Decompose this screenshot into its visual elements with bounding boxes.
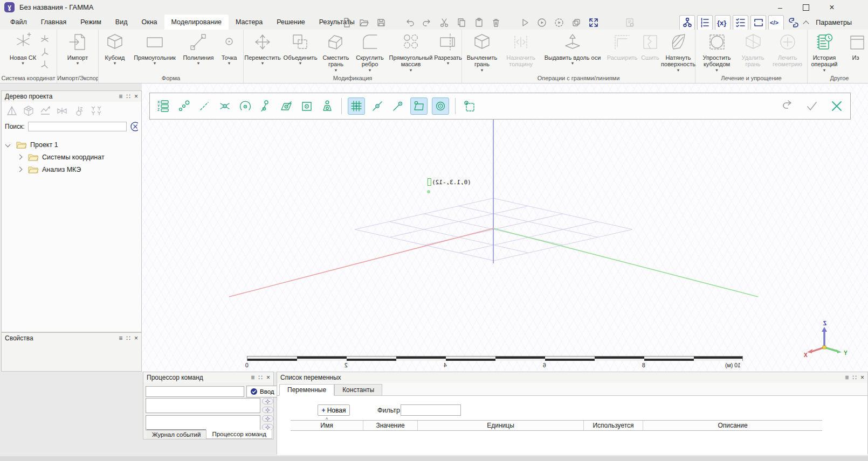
intersection-button[interactable] bbox=[217, 98, 233, 114]
concentric-snap-button[interactable] bbox=[432, 97, 449, 115]
xyz-input-button[interactable]: XYZ bbox=[155, 98, 171, 114]
tab-solution[interactable]: Решение bbox=[270, 15, 312, 30]
tab-constants[interactable]: Константы bbox=[334, 384, 382, 395]
filter-set-icon[interactable] bbox=[89, 105, 104, 117]
cut-button[interactable] bbox=[438, 17, 450, 29]
region-select-button[interactable] bbox=[461, 98, 478, 114]
clipped-button[interactable]: Из bbox=[841, 30, 868, 61]
point-on-face-button[interactable] bbox=[278, 98, 294, 114]
point-on-line-end-button[interactable] bbox=[390, 98, 406, 114]
tab-modeling[interactable]: Моделирование bbox=[164, 15, 229, 30]
history-button[interactable]: История операций ▼ bbox=[808, 30, 841, 72]
move-button[interactable]: Переместить ▼ bbox=[244, 30, 281, 66]
sketch-cancel-button[interactable] bbox=[829, 98, 845, 114]
point-button[interactable]: Точка ▼ bbox=[217, 30, 242, 66]
tab-windows[interactable]: Окна bbox=[134, 15, 164, 30]
paste-button[interactable] bbox=[473, 17, 484, 29]
panel-menu-icon[interactable]: ≡ bbox=[119, 335, 122, 341]
unite-button[interactable]: Объединить ▼ bbox=[281, 30, 319, 66]
rect-array-button[interactable]: Прямоугольный массив ▼ bbox=[387, 30, 435, 72]
run-current-button[interactable] bbox=[536, 17, 547, 29]
tab-home[interactable]: Главная bbox=[34, 15, 74, 30]
simplify-cuboid-button[interactable]: Упростить кубоидом ▼ bbox=[698, 30, 736, 72]
stretch-surface-button[interactable]: Натянуть поверхность ▼ bbox=[662, 30, 695, 72]
checklist-toggle[interactable] bbox=[733, 15, 748, 30]
variables-toggle[interactable]: {x} bbox=[715, 15, 731, 30]
column-header-description[interactable]: Описание bbox=[643, 421, 822, 430]
open-file-button[interactable] bbox=[358, 17, 369, 29]
panel-dock-icon[interactable]: ∷ bbox=[126, 93, 130, 100]
split-view-toggle[interactable] bbox=[750, 15, 766, 30]
column-header-name[interactable]: ^ Имя bbox=[291, 421, 363, 430]
panel-close-icon[interactable]: × bbox=[134, 335, 138, 341]
panel-menu-icon[interactable]: ≡ bbox=[119, 93, 122, 100]
cs-preset-icon[interactable] bbox=[39, 46, 50, 57]
import-button[interactable]: Импорт ▼ bbox=[60, 30, 95, 66]
command-input[interactable] bbox=[146, 386, 244, 397]
tab-event-log[interactable]: Журнал событий bbox=[147, 429, 206, 439]
chevron-right-icon[interactable] bbox=[17, 155, 23, 160]
pyramid-icon[interactable] bbox=[6, 105, 18, 117]
panel-close-icon[interactable]: × bbox=[860, 374, 864, 381]
sketch-undo-button[interactable] bbox=[779, 98, 795, 114]
offset-face-button[interactable]: Сместить грань ▼ bbox=[319, 30, 353, 72]
new-variable-button[interactable]: + Новая bbox=[318, 404, 350, 416]
cascade-windows-button[interactable] bbox=[570, 17, 582, 29]
cuboid-button[interactable]: Кубоид ▼ bbox=[100, 30, 129, 66]
point-chain-button[interactable] bbox=[176, 98, 192, 114]
run-button[interactable] bbox=[519, 17, 530, 29]
macro-button[interactable] bbox=[262, 398, 273, 404]
panel-close-icon[interactable]: × bbox=[266, 374, 270, 381]
extract-face-button[interactable]: Вычленить грань ▼ bbox=[462, 30, 502, 72]
tree-item-project[interactable]: Проект 1 bbox=[6, 138, 141, 151]
tab-variables[interactable]: Переменные bbox=[279, 384, 334, 396]
code-view-toggle[interactable]: </> bbox=[768, 15, 784, 30]
arc-center-button[interactable] bbox=[237, 98, 253, 114]
face-snap-button[interactable] bbox=[410, 97, 428, 115]
new-file-button[interactable] bbox=[341, 17, 352, 29]
tree-item-coord-systems[interactable]: Системы координат bbox=[6, 151, 141, 163]
column-header-units[interactable]: Единицы bbox=[418, 421, 583, 430]
tab-wizards[interactable]: Мастера bbox=[229, 15, 270, 30]
chevron-down-icon[interactable] bbox=[5, 142, 11, 148]
point-on-curve-button[interactable] bbox=[258, 98, 274, 114]
curve-check-icon[interactable] bbox=[39, 105, 51, 117]
column-header-used[interactable]: Используется bbox=[584, 421, 643, 430]
project-tree-toggle[interactable] bbox=[679, 15, 695, 30]
mesh-cube-icon[interactable] bbox=[23, 105, 35, 117]
clear-log-button[interactable] bbox=[624, 17, 635, 29]
redo-button[interactable] bbox=[421, 17, 432, 29]
list-view-toggle[interactable] bbox=[697, 15, 713, 30]
polyline-button[interactable]: Полилиния ▼ bbox=[180, 30, 217, 66]
command-output-box[interactable] bbox=[146, 415, 260, 430]
point-on-line-button[interactable] bbox=[369, 98, 385, 114]
parameters-button[interactable]: Параметры bbox=[804, 17, 852, 29]
delete-button[interactable] bbox=[490, 17, 501, 29]
panel-menu-icon[interactable]: ≡ bbox=[845, 374, 849, 381]
cs-preset-icon[interactable] bbox=[39, 34, 50, 45]
tab-view[interactable]: Вид bbox=[108, 15, 135, 30]
undo-button[interactable] bbox=[404, 17, 415, 29]
point-in-rect-button[interactable] bbox=[299, 98, 315, 114]
macro-button[interactable] bbox=[262, 407, 273, 413]
column-header-value[interactable]: Значение bbox=[363, 421, 417, 430]
close-button[interactable]: × bbox=[819, 0, 844, 15]
orientation-triad[interactable]: Z Y X bbox=[804, 319, 849, 358]
copy-button[interactable] bbox=[456, 17, 467, 29]
panel-dock-icon[interactable]: ∷ bbox=[126, 335, 130, 341]
fit-view-button[interactable] bbox=[588, 17, 599, 29]
run-selection-button[interactable] bbox=[553, 17, 564, 29]
thermometer-icon[interactable] bbox=[73, 105, 85, 117]
dashed-line-button[interactable] bbox=[196, 98, 212, 114]
python-console-toggle[interactable] bbox=[786, 16, 801, 30]
tab-mode[interactable]: Режим bbox=[73, 15, 108, 30]
enter-command-button[interactable]: Ввод bbox=[246, 386, 278, 397]
search-input[interactable] bbox=[28, 122, 127, 131]
cs-preset-icon[interactable] bbox=[39, 59, 50, 69]
minimize-button[interactable]: – bbox=[768, 0, 793, 15]
cut-body-button[interactable]: Разрезать ▼ bbox=[435, 30, 461, 66]
tree-item-fem-analysis[interactable]: Анализ МКЭ bbox=[6, 163, 141, 176]
tab-command-processor[interactable]: Процессор команд bbox=[206, 430, 272, 439]
new-cs-button[interactable]: Новая СК ▼ bbox=[7, 30, 39, 66]
viewport-3d[interactable]: (0,1.3,-12) 0 2 4 6 8 10 (м) Z Y X XYZ bbox=[142, 83, 868, 372]
